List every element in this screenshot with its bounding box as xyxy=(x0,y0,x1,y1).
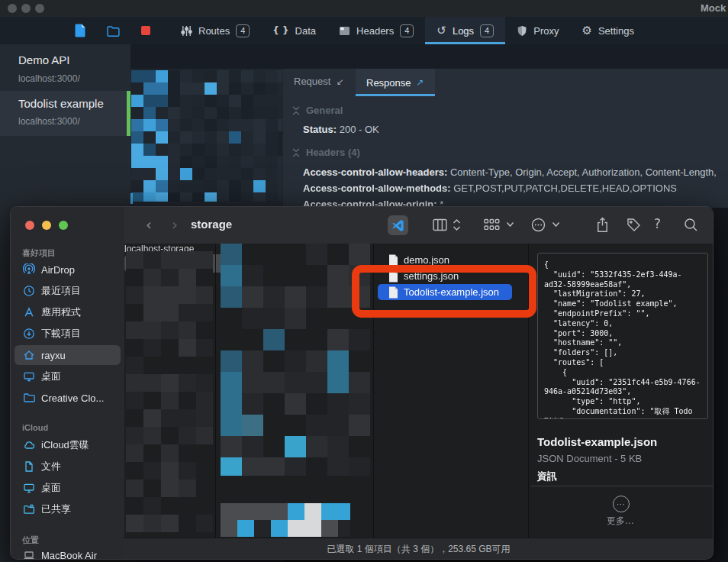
tab-proxy[interactable]: Proxy xyxy=(505,17,570,44)
finder-close-button[interactable] xyxy=(25,221,34,230)
sidebar-item-applications[interactable]: 應用程式 xyxy=(14,302,121,322)
arrow-down-left-icon: ↙ xyxy=(336,76,343,87)
tab-logs[interactable]: ↺ Logs 4 xyxy=(425,17,505,44)
censored-column xyxy=(126,251,213,532)
sidebar-item-label: 文件 xyxy=(41,460,61,473)
laptop-icon xyxy=(22,549,35,560)
help-icon[interactable]: ? xyxy=(654,216,661,231)
desktop-icon xyxy=(22,370,35,383)
section-label: Headers (4) xyxy=(306,147,360,158)
header-key: Access-control-allow-headers: xyxy=(303,166,447,178)
tab-label: Proxy xyxy=(533,25,559,37)
sidebar-section-icloud: iCloud xyxy=(22,423,48,432)
environment-name: Demo API xyxy=(18,53,80,66)
section-general[interactable]: General xyxy=(292,105,343,116)
window-close-dot[interactable] xyxy=(8,4,17,13)
finder-window-title: storage xyxy=(191,218,232,231)
tab-data[interactable]: { } Data xyxy=(261,17,327,44)
airdrop-icon xyxy=(22,263,35,276)
new-environment-icon[interactable] xyxy=(75,24,85,37)
window-zoom-dot[interactable] xyxy=(35,4,44,13)
gear-icon: ⚙ xyxy=(581,24,591,37)
column-divider xyxy=(215,244,216,538)
download-icon xyxy=(22,328,35,341)
forward-button[interactable]: › xyxy=(172,215,178,234)
sidebar-item-creative-cloud[interactable]: Creative Clo... xyxy=(14,388,121,408)
tab-label: Routes xyxy=(198,25,230,37)
sidebar-item-label: 桌面 xyxy=(41,370,61,383)
sidebar-item-airdrop[interactable]: AirDrop xyxy=(14,260,121,279)
tab-response[interactable]: Response ↗ xyxy=(356,69,435,96)
environment-name: Todolist example xyxy=(18,97,104,110)
sidebar-item-label: 最近項目 xyxy=(41,284,81,298)
group-by-icon[interactable] xyxy=(484,218,500,231)
sidebar-item-icloud-desktop[interactable]: 桌面 xyxy=(14,478,121,498)
app-title: Mock xyxy=(701,2,726,14)
share-icon[interactable] xyxy=(596,217,609,233)
column-view-icon[interactable] xyxy=(433,218,447,231)
file-preview-thumbnail: { "uuid": "5332f435-2ef3-449a-ad32-58999… xyxy=(537,253,708,419)
red-highlight-box xyxy=(352,265,536,318)
section-headers[interactable]: Headers (4) xyxy=(292,147,360,158)
sidebar-item-label: 下載項目 xyxy=(41,327,81,341)
vscode-open-button[interactable] xyxy=(388,215,408,235)
section-label: General xyxy=(306,105,343,116)
tab-label: Logs xyxy=(453,25,474,37)
sidebar-item-downloads[interactable]: 下載項目 xyxy=(14,324,121,344)
back-button[interactable]: ‹ xyxy=(146,215,152,234)
macos-menubar: Mock xyxy=(0,0,728,17)
header-row: Access-control-allow-methods: GET,POST,P… xyxy=(303,182,677,194)
tab-label: Settings xyxy=(598,25,634,37)
chevron-down-icon[interactable] xyxy=(506,221,514,228)
mockoon-toolbar: Routes 4 { } Data Headers 4 ↺ Logs 4 xyxy=(0,17,728,44)
censored-column xyxy=(221,503,350,537)
sidebar-section-favorites: 喜好項目 xyxy=(22,247,56,259)
status-row: Status: 200 - OK xyxy=(303,124,379,135)
sidebar-item-label: Creative Clo... xyxy=(41,392,104,404)
shared-folder-icon xyxy=(22,503,35,516)
sidebar-item-desktop[interactable]: 桌面 xyxy=(14,367,121,386)
sidebar-item-label: iCloud雲碟 xyxy=(41,438,89,452)
finder-zoom-button[interactable] xyxy=(59,221,68,230)
more-ellipsis-icon[interactable]: ⋯ xyxy=(613,496,630,512)
sidebar-item-home-rayxu[interactable]: rayxu xyxy=(14,345,121,365)
open-environment-folder-icon[interactable] xyxy=(107,26,120,37)
preview-divider xyxy=(531,486,713,486)
window-minimize-dot[interactable] xyxy=(21,4,31,13)
selected-log-indicator xyxy=(130,193,133,204)
sidebar-item-shared[interactable]: 已共享 xyxy=(14,499,121,519)
tab-request[interactable]: Request ↙ xyxy=(283,69,354,94)
sidebar-item-recents[interactable]: 最近項目 xyxy=(14,281,121,301)
view-updown-chevrons-icon[interactable] xyxy=(453,218,461,232)
censored-column xyxy=(221,244,370,476)
header-row: Access-control-allow-headers: Content-Ty… xyxy=(303,166,717,178)
finder-minimize-button[interactable] xyxy=(42,221,51,230)
preview-more-label[interactable]: 更多… xyxy=(537,515,704,528)
more-actions-icon[interactable] xyxy=(531,218,546,232)
logs-header-strip xyxy=(130,44,728,69)
collapse-icon xyxy=(292,106,300,115)
environment-url: localhost:3000/ xyxy=(18,73,80,84)
sidebar-item-documents[interactable]: 文件 xyxy=(14,457,121,476)
search-icon[interactable] xyxy=(684,218,698,232)
status-bar-text: 已選取 1 個項目（共 3 個），253.65 GB可用 xyxy=(327,543,510,556)
log-detail-panel: Request ↙ Response ↗ General Status: 200… xyxy=(283,69,728,208)
mockoon-tabs: Routes 4 { } Data Headers 4 ↺ Logs 4 xyxy=(169,17,646,44)
status-key: Status: xyxy=(303,124,337,135)
environment-item-demo-api[interactable]: Demo API localhost:3000/ xyxy=(18,53,80,84)
sidebar-item-macbook-air[interactable]: MacBook Air xyxy=(14,545,121,560)
tab-headers[interactable]: Headers 4 xyxy=(327,17,425,44)
stop-server-button[interactable] xyxy=(141,26,150,35)
tab-routes[interactable]: Routes 4 xyxy=(169,17,261,44)
status-value: 200 - OK xyxy=(340,124,379,135)
tag-icon[interactable] xyxy=(627,218,641,232)
folder-icon xyxy=(22,392,35,405)
environment-item-todolist[interactable]: Todolist example localhost:3000/ xyxy=(0,91,130,136)
tab-settings[interactable]: ⚙ Settings xyxy=(570,17,645,44)
sidebar-item-icloud-drive[interactable]: iCloud雲碟 xyxy=(14,435,121,455)
vscode-icon xyxy=(391,219,404,232)
appstore-icon xyxy=(22,306,35,319)
history-icon: ↺ xyxy=(436,24,446,37)
request-tab-label: Request xyxy=(294,76,330,87)
chevron-down-icon[interactable] xyxy=(552,221,560,228)
